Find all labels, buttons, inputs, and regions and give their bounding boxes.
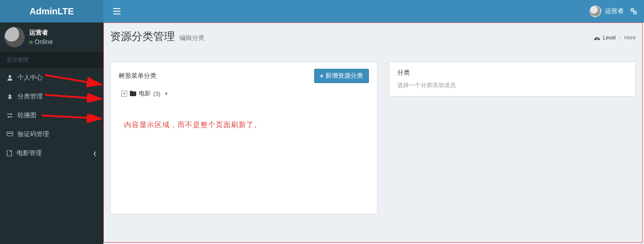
hamburger-icon[interactable] bbox=[110, 4, 124, 18]
caret-down-icon[interactable]: ▼ bbox=[164, 91, 169, 96]
tree-panel: 树形菜单分类 + 新增资源分类 + 电影 (3) ▼ 内容显示区域，而不是整个页… bbox=[110, 62, 378, 214]
tree-icon bbox=[7, 93, 13, 100]
tree-node-label: 电影 bbox=[139, 89, 151, 98]
sidebar-item-label: 个人中心 bbox=[18, 74, 43, 82]
gears-icon[interactable] bbox=[630, 8, 637, 15]
content-header: 资源分类管理 编辑分类 Level > Here bbox=[103, 22, 643, 44]
breadcrumb-separator: > bbox=[618, 35, 622, 41]
sidebar-section-header: 后台管理 bbox=[0, 52, 103, 68]
avatar-icon bbox=[590, 5, 601, 17]
svg-rect-5 bbox=[9, 98, 10, 99]
svg-rect-7 bbox=[8, 133, 12, 134]
sidebar-item-label: 电影管理 bbox=[17, 149, 42, 157]
annotation-text: 内容显示区域，而不是整个页面刷新了。 bbox=[124, 120, 262, 130]
user-name-top: 运营者 bbox=[605, 7, 624, 15]
folder-icon bbox=[130, 91, 136, 96]
sidebar-item-label: 轮播图 bbox=[18, 111, 36, 120]
sidebar-item-carousel[interactable]: 轮播图 bbox=[0, 106, 103, 125]
dashboard-icon bbox=[594, 35, 600, 40]
sidebar-user-name: 运营者 bbox=[29, 29, 53, 37]
breadcrumb-here: Here bbox=[624, 35, 636, 41]
user-icon bbox=[7, 75, 13, 81]
add-category-label: 新增资源分类 bbox=[325, 72, 363, 80]
svg-point-3 bbox=[635, 12, 635, 13]
add-category-button[interactable]: + 新增资源分类 bbox=[314, 69, 369, 83]
logo[interactable]: AdminLTE bbox=[0, 0, 103, 22]
chevron-left-icon: ❮ bbox=[93, 151, 97, 156]
page-title: 资源分类管理 编辑分类 bbox=[110, 29, 204, 44]
category-detail-panel: 分类 选择一个分类添加成员 bbox=[389, 62, 636, 97]
svg-point-2 bbox=[632, 9, 633, 10]
breadcrumb: Level > Here bbox=[594, 35, 636, 41]
sidebar-item-label: 分类管理 bbox=[18, 93, 43, 101]
category-detail-title: 分类 bbox=[397, 69, 627, 77]
sidebar-item-captcha[interactable]: 验证码管理 bbox=[0, 125, 103, 144]
content-wrapper: 资源分类管理 编辑分类 Level > Here 树形菜单分类 + 新增资源分类… bbox=[103, 22, 643, 243]
svg-rect-6 bbox=[7, 132, 13, 136]
file-icon bbox=[7, 150, 12, 156]
page-title-text: 资源分类管理 bbox=[110, 29, 175, 44]
sidebar-user-panel: 运营者 Online bbox=[0, 22, 103, 52]
tree-node-count: (3) bbox=[153, 90, 160, 97]
sidebar-item-label: 验证码管理 bbox=[18, 130, 49, 138]
svg-point-4 bbox=[9, 75, 11, 78]
tree-panel-title: 树形菜单分类 bbox=[119, 72, 156, 80]
breadcrumb-level[interactable]: Level bbox=[603, 35, 616, 41]
card-icon bbox=[7, 132, 13, 137]
swap-icon bbox=[7, 112, 13, 119]
status-text: Online bbox=[35, 38, 53, 45]
status-indicator: Online bbox=[29, 38, 53, 45]
expand-icon[interactable]: + bbox=[121, 91, 127, 97]
page-subtitle: 编辑分类 bbox=[179, 34, 204, 42]
user-menu[interactable]: 运营者 bbox=[590, 5, 624, 17]
sidebar-item-movies[interactable]: 电影管理 ❮ bbox=[0, 144, 103, 163]
sidebar-item-profile[interactable]: 个人中心 bbox=[0, 68, 103, 87]
sidebar: 运营者 Online 后台管理 个人中心 分类管理 轮播图 bbox=[0, 22, 103, 244]
sidebar-item-category[interactable]: 分类管理 bbox=[0, 87, 103, 106]
top-navbar: 运营者 bbox=[103, 0, 644, 22]
avatar-icon bbox=[4, 27, 25, 47]
tree-node-root[interactable]: + 电影 (3) ▼ bbox=[119, 89, 369, 98]
category-detail-hint: 选择一个分类添加成员 bbox=[397, 81, 627, 89]
plus-icon: + bbox=[320, 72, 324, 80]
